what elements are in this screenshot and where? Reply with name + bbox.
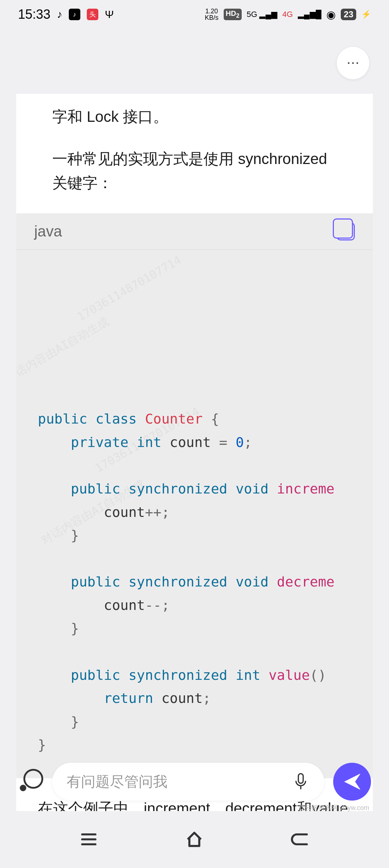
hd-icon: HD2 [224,9,242,20]
input-bar: 有问题尽管问我 [0,760,389,803]
nav-bar [0,818,389,868]
paragraph-1: 字和 Lock 接口。 [16,105,373,129]
status-bar: 15:33 ♪ ♪ 头 Ψ 1.20 KB/s HD2 5G ▂▄▆ 4G ▂▄… [0,0,389,29]
nav-menu[interactable] [75,828,103,850]
input-placeholder: 有问题尽管问我 [67,772,292,792]
status-time: 15:33 [18,7,50,22]
signal-5g: 5G ▂▄▆ [247,10,277,19]
usb-icon: Ψ [105,8,114,21]
battery-level: 23 [341,9,356,20]
copy-button[interactable] [337,222,355,240]
music-icon: ♪ [57,8,62,21]
app-icon: 头 [87,9,98,20]
send-button[interactable] [333,763,371,801]
paragraph-2: 一种常见的实现方式是使用 synchronized 关键字： [16,147,373,195]
mic-icon[interactable] [292,772,310,790]
chat-content[interactable]: 字和 Lock 接口。 一种常见的实现方式是使用 synchronized 关键… [16,94,373,811]
wifi-icon: ◉ [326,8,336,21]
net-speed: 1.20 KB/s [205,8,219,21]
signal-4g: 4G [282,10,293,19]
nav-home[interactable] [180,828,209,850]
status-left: 15:33 ♪ ♪ 头 Ψ [18,7,114,22]
code-block: java 17036114870107714 对话内容由AI自动生成 17036… [16,213,373,778]
code-language: java [34,223,62,240]
svg-rect-0 [298,774,303,783]
new-chat-icon[interactable] [18,769,43,794]
status-right: 1.20 KB/s HD2 5G ▂▄▆ 4G ▂▄▆█ ◉ 23 ⚡ [205,8,371,21]
input-box[interactable]: 有问题尽管问我 [52,763,324,801]
watermark: 对话内容由AI自动生成 [16,312,113,388]
watermark: 17036114870107714 [73,250,185,326]
code-header: java [16,213,373,250]
nav-back[interactable] [286,828,314,850]
signal-bars-icon: ▂▄▆█ [298,10,321,19]
more-button[interactable]: ⋯ [337,47,369,79]
footer-watermark: @云帆资源网 yfzyw.com [299,803,369,812]
tiktok-icon: ♪ [69,9,80,20]
charging-icon: ⚡ [361,10,371,19]
code-body: 17036114870107714 对话内容由AI自动生成 1703611487… [16,250,373,778]
